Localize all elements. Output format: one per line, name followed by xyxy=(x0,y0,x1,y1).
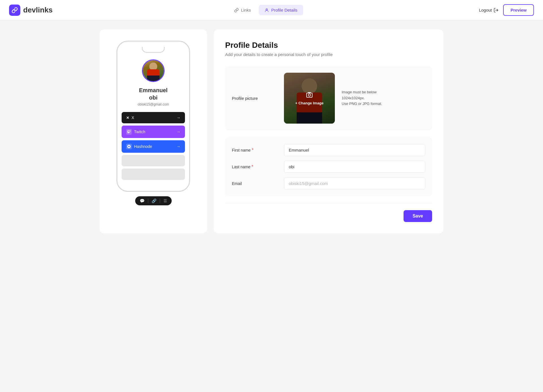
link-card-x[interactable]: ✕ X → xyxy=(122,112,185,123)
profile-panel: Profile Details Add your details to crea… xyxy=(214,29,443,233)
last-name-input[interactable] xyxy=(284,161,425,173)
chat-icon[interactable]: 💬 xyxy=(140,199,145,203)
phone-user-email: obiski15@gmail.com xyxy=(138,102,169,106)
camera-icon xyxy=(306,91,313,99)
arrow-icon: → xyxy=(176,115,180,120)
logo-icon xyxy=(9,5,20,16)
photo-overlay: + Change Image xyxy=(284,73,335,124)
header-right: Logout Preview xyxy=(479,4,534,16)
link-card-hashnode[interactable]: Hashnode → xyxy=(122,140,185,153)
last-name-label: Last name * xyxy=(232,164,277,169)
change-image-label: + Change Image xyxy=(295,101,324,105)
first-name-input[interactable] xyxy=(284,144,425,156)
links-tab[interactable]: Links xyxy=(229,5,257,15)
required-indicator-2: * xyxy=(251,164,253,169)
last-name-row: Last name * xyxy=(232,161,425,173)
floating-toolbar-bottom: 💬 🔗 ☰ xyxy=(135,196,172,205)
logo-text: devlinks xyxy=(23,6,53,14)
first-name-label: First name * xyxy=(232,148,277,153)
x-icon: ✕ xyxy=(126,116,129,120)
toolbar-divider xyxy=(148,199,148,203)
twitch-icon xyxy=(126,129,132,135)
photo-section: Profile picture + Change Image xyxy=(225,66,432,130)
link-card-placeholder-2 xyxy=(122,169,185,180)
svg-point-3 xyxy=(308,94,311,96)
phone-user-name: Emmanuel obi xyxy=(139,87,167,101)
phone-notch xyxy=(142,47,165,53)
profile-footer: Save xyxy=(225,203,432,222)
logout-button[interactable]: Logout xyxy=(479,8,499,13)
save-button[interactable]: Save xyxy=(404,210,432,222)
preview-button[interactable]: Preview xyxy=(503,4,534,16)
profile-details-tab[interactable]: Profile Details xyxy=(259,5,303,15)
hashnode-icon xyxy=(126,144,132,149)
first-name-row: First name * xyxy=(232,144,425,156)
menu-icon[interactable]: ☰ xyxy=(163,199,167,203)
profile-subtitle: Add your details to create a personal to… xyxy=(225,52,432,57)
toolbar-divider-2 xyxy=(160,199,160,203)
email-label: Email xyxy=(232,181,277,186)
arrow-icon: → xyxy=(176,144,180,149)
email-row: Email xyxy=(232,177,425,189)
avatar xyxy=(142,59,165,82)
email-input[interactable] xyxy=(284,177,425,189)
photo-upload-area[interactable]: + Change Image xyxy=(284,73,335,124)
main-nav: Links Profile Details xyxy=(229,5,303,15)
required-indicator: * xyxy=(252,148,253,153)
profile-title: Profile Details xyxy=(225,41,432,50)
form-section: First name * Last name * Email xyxy=(225,137,432,196)
arrow-icon: → xyxy=(176,130,180,134)
photo-label: Profile picture xyxy=(232,96,277,101)
photo-hint: Image must be below 1024x1024px. Use PNG… xyxy=(342,89,382,107)
link-card-placeholder-1 xyxy=(122,155,185,166)
main-content: Emmanuel obi obiski15@gmail.com ✕ X → Tw… xyxy=(90,20,453,242)
phone-frame: Emmanuel obi obiski15@gmail.com ✕ X → Tw… xyxy=(117,41,190,192)
app-header: devlinks Links Profile Details Logout Pr… xyxy=(0,0,543,20)
svg-point-0 xyxy=(266,8,267,10)
phone-preview-panel: Emmanuel obi obiski15@gmail.com ✕ X → Tw… xyxy=(100,29,207,233)
logo-area: devlinks xyxy=(9,5,53,16)
link-icon[interactable]: 🔗 xyxy=(152,199,156,203)
link-card-twitch[interactable]: Twitch → xyxy=(122,126,185,138)
